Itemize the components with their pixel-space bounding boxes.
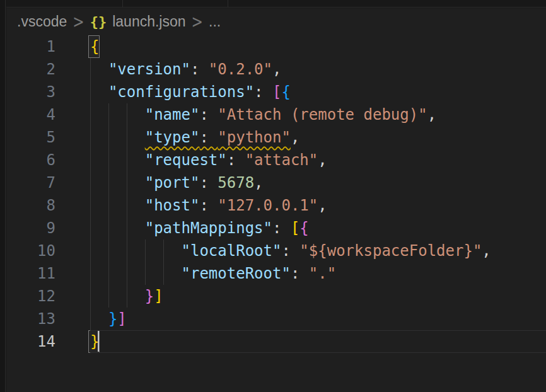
code-line[interactable]: 1{ bbox=[6, 35, 546, 58]
code-token: "name" bbox=[145, 106, 200, 124]
indent-guide bbox=[163, 262, 164, 285]
indent-guide bbox=[90, 149, 91, 171]
line-number[interactable]: 5 bbox=[6, 126, 55, 149]
code-line[interactable]: 2 "version": "0.2.0", bbox=[6, 58, 546, 81]
line-number[interactable]: 2 bbox=[6, 58, 55, 81]
code-line-content[interactable]: { bbox=[90, 35, 546, 58]
code-line-content[interactable]: "port": 5678, bbox=[90, 171, 546, 194]
code-token: "type" bbox=[145, 129, 200, 146]
line-number[interactable]: 8 bbox=[6, 194, 55, 217]
indent-guide bbox=[163, 239, 164, 262]
code-token: "version" bbox=[108, 61, 190, 78]
breadcrumb-item-launch-json[interactable]: launch.json bbox=[112, 13, 185, 30]
code-line[interactable]: 7 "port": 5678, bbox=[6, 171, 546, 194]
line-number[interactable]: 11 bbox=[6, 262, 55, 285]
indent-guide bbox=[90, 308, 91, 330]
code-line-content[interactable]: }] bbox=[90, 308, 546, 330]
code-token: : bbox=[281, 242, 299, 260]
code-line-content[interactable]: } bbox=[90, 330, 546, 353]
indent-guide bbox=[90, 239, 91, 262]
code-token: : bbox=[199, 197, 218, 214]
line-number[interactable]: 12 bbox=[6, 285, 55, 308]
code-line-content[interactable]: "pathMappings": [{ bbox=[90, 217, 546, 239]
code-token: "remoteRoot" bbox=[182, 265, 291, 282]
indent-guide bbox=[127, 285, 127, 308]
code-token: : bbox=[291, 265, 309, 282]
code-token: "configurations" bbox=[108, 83, 254, 101]
line-number[interactable]: 14 bbox=[6, 330, 55, 353]
code-token: [ bbox=[272, 83, 281, 101]
chevron-right-icon: > bbox=[73, 12, 84, 32]
indent-guide bbox=[108, 239, 109, 262]
indent-guide bbox=[108, 262, 109, 285]
code-line-content[interactable]: "version": "0.2.0", bbox=[90, 58, 546, 81]
code-token: "127.0.0.1" bbox=[218, 197, 318, 214]
indent-guide bbox=[90, 171, 91, 194]
code-token: "host" bbox=[145, 197, 200, 214]
code-token: "Attach (remote debug)" bbox=[218, 106, 427, 124]
breadcrumb: .vscode > {} launch.json > ... bbox=[6, 8, 546, 35]
code-line-content[interactable]: "request": "attach", bbox=[90, 149, 546, 171]
code-line[interactable]: 11 "remoteRoot": "." bbox=[6, 262, 546, 285]
line-number[interactable]: 13 bbox=[6, 308, 55, 330]
indent-guide bbox=[90, 217, 91, 239]
code-token: , bbox=[482, 242, 491, 260]
code-token: "localRoot" bbox=[182, 242, 282, 260]
code-editor[interactable]: 1{2 "version": "0.2.0",3 "configurations… bbox=[6, 35, 546, 353]
indent-guide bbox=[127, 194, 127, 217]
code-line[interactable]: 9 "pathMappings": [{ bbox=[6, 217, 546, 239]
code-token: } bbox=[145, 287, 154, 305]
tab-bar[interactable] bbox=[6, 0, 546, 8]
code-line-content[interactable]: "host": "127.0.0.1", bbox=[90, 194, 546, 217]
code-token: "pathMappings" bbox=[145, 219, 272, 237]
code-token: "python" bbox=[218, 129, 291, 146]
code-token: , bbox=[254, 174, 263, 192]
code-line-content[interactable]: "configurations": [{ bbox=[90, 81, 546, 103]
indent-guide bbox=[90, 194, 91, 217]
line-number[interactable]: 7 bbox=[6, 171, 55, 194]
tab-divider bbox=[228, 0, 228, 8]
indent-guide bbox=[145, 262, 146, 285]
code-token: "port" bbox=[145, 174, 200, 192]
code-token: : bbox=[199, 106, 218, 124]
indent-guide bbox=[108, 217, 109, 239]
code-line-content[interactable]: "remoteRoot": "." bbox=[90, 262, 546, 285]
indent-guide bbox=[127, 171, 127, 194]
code-token: "${workspaceFolder}" bbox=[299, 242, 482, 260]
bracket-match-highlight: } bbox=[90, 333, 99, 350]
indent-guide bbox=[108, 285, 109, 308]
code-token: { bbox=[281, 83, 290, 101]
code-line-content[interactable]: "name": "Attach (remote debug)", bbox=[90, 103, 546, 126]
code-line[interactable]: 6 "request": "attach", bbox=[6, 149, 546, 171]
breadcrumb-item-symbol-ellipsis[interactable]: ... bbox=[209, 13, 221, 30]
line-number[interactable]: 4 bbox=[6, 103, 55, 126]
tab-divider bbox=[122, 0, 123, 8]
line-number[interactable]: 10 bbox=[6, 239, 55, 262]
code-line[interactable]: 12 }] bbox=[6, 285, 546, 308]
code-line-content[interactable]: }] bbox=[90, 285, 546, 308]
code-token: "attach" bbox=[245, 151, 318, 169]
line-number[interactable]: 9 bbox=[6, 217, 55, 239]
indent-guide bbox=[108, 103, 109, 126]
indent-guide bbox=[90, 126, 91, 149]
code-token: : bbox=[272, 219, 291, 237]
code-token: "request" bbox=[145, 151, 227, 169]
code-line-content[interactable]: "localRoot": "${workspaceFolder}", bbox=[90, 239, 546, 262]
code-line-content[interactable]: "type": "python", bbox=[90, 126, 546, 149]
code-line[interactable]: 4 "name": "Attach (remote debug)", bbox=[6, 103, 546, 126]
code-line[interactable]: 13 }] bbox=[6, 308, 546, 330]
indent-guide bbox=[145, 239, 146, 262]
code-line[interactable]: 10 "localRoot": "${workspaceFolder}", bbox=[6, 239, 546, 262]
code-line[interactable]: 5 "type": "python", bbox=[6, 126, 546, 149]
code-line[interactable]: 14} bbox=[6, 330, 546, 353]
line-number[interactable]: 3 bbox=[6, 81, 55, 103]
breadcrumb-item-vscode[interactable]: .vscode bbox=[17, 13, 67, 30]
bracket-match-highlight: { bbox=[90, 38, 99, 55]
code-line[interactable]: 8 "host": "127.0.0.1", bbox=[6, 194, 546, 217]
line-number[interactable]: 6 bbox=[6, 149, 55, 171]
line-number[interactable]: 1 bbox=[6, 35, 55, 58]
code-line[interactable]: 3 "configurations": [{ bbox=[6, 81, 546, 103]
code-token: "." bbox=[309, 265, 336, 282]
indent-guide bbox=[90, 58, 91, 81]
indent-guide bbox=[127, 103, 127, 126]
